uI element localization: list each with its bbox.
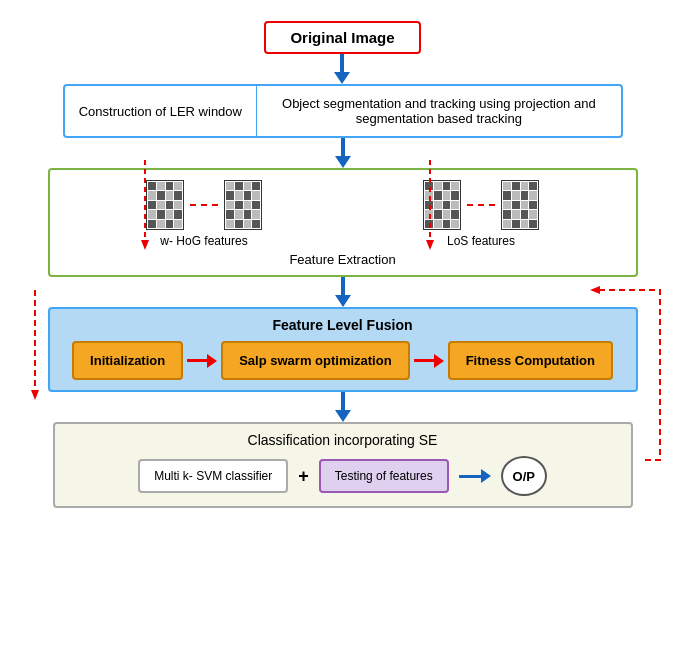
los-feature-group: LoS features: [423, 180, 539, 248]
fusion-arrow-1: [187, 354, 217, 368]
salp-swarm-box: Salp swarm optimization: [221, 341, 409, 380]
feature-extraction-title: Feature Extraction: [66, 252, 620, 267]
fitness-computation-box: Fitness Computation: [448, 341, 613, 380]
fusion-arrow-head-1: [207, 354, 217, 368]
row1-section: Construction of LER window Object segmen…: [63, 84, 623, 168]
original-image-label: Original Image: [290, 29, 394, 46]
op-arrow-line: [459, 475, 481, 478]
hog-grid-1: [146, 180, 184, 230]
initialization-label: Initialization: [90, 353, 165, 368]
testing-features-box: Testing of features: [319, 459, 449, 493]
arrow-fusion-to-classification: [335, 392, 351, 422]
classification-box: Classification incorporating SE Multi k-…: [53, 422, 633, 508]
fusion-boxes-row: Initialization Salp swarm optimization F…: [62, 341, 624, 380]
construction-ler-box: Construction of LER window: [65, 86, 258, 136]
hog-images-row: [146, 180, 262, 230]
fusion-section: Feature Level Fusion Initialization Salp…: [48, 307, 638, 422]
arrow-feature-to-fusion: [335, 277, 351, 307]
main-diagram: Original Image Construction of LER windo…: [13, 7, 673, 657]
arrow-line-3: [341, 277, 345, 295]
arrow-line-2: [341, 138, 345, 156]
hog-label: w- HoG features: [160, 234, 247, 248]
hog-feature-group: w- HoG features: [146, 180, 262, 248]
arrow-line-4: [341, 392, 345, 410]
los-grid-1: [423, 180, 461, 230]
fusion-arrow-head-2: [434, 354, 444, 368]
fusion-box: Feature Level Fusion Initialization Salp…: [48, 307, 638, 392]
arrow-head-4: [335, 410, 351, 422]
fusion-arrow-line-2: [414, 359, 434, 362]
testing-features-label: Testing of features: [335, 469, 433, 483]
object-segmentation-box: Object segmentation and tracking using p…: [257, 86, 620, 136]
svm-classifier-box: Multi k- SVM classifier: [138, 459, 288, 493]
fusion-arrow-line-1: [187, 359, 207, 362]
output-box: O/P: [501, 456, 547, 496]
plus-sign: +: [298, 466, 309, 487]
hog-dashed-h: [190, 204, 218, 206]
los-images-row: [423, 180, 539, 230]
feature-extraction-section: w- HoG features: [48, 168, 638, 307]
fitness-computation-label: Fitness Computation: [466, 353, 595, 368]
arrow-original-to-row1: [334, 54, 350, 84]
original-image-box: Original Image: [264, 21, 420, 54]
classification-title: Classification incorporating SE: [67, 432, 619, 448]
arrow-line: [340, 54, 344, 72]
output-label: O/P: [513, 469, 535, 484]
los-grid-2: [501, 180, 539, 230]
initialization-box: Initialization: [72, 341, 183, 380]
op-arrow-head: [481, 469, 491, 483]
fusion-title: Feature Level Fusion: [62, 317, 624, 333]
los-label: LoS features: [447, 234, 515, 248]
row1-container: Construction of LER window Object segmen…: [63, 84, 623, 138]
feature-extraction-inner: w- HoG features: [66, 180, 620, 248]
arrow-head: [334, 72, 350, 84]
salp-swarm-label: Salp swarm optimization: [239, 353, 391, 368]
arrow-head-3: [335, 295, 351, 307]
arrow-row1-to-feature: [335, 138, 351, 168]
classification-section: Classification incorporating SE Multi k-…: [53, 422, 633, 508]
object-segmentation-label: Object segmentation and tracking using p…: [271, 96, 606, 126]
arrow-head-2: [335, 156, 351, 168]
svm-classifier-label: Multi k- SVM classifier: [154, 469, 272, 483]
classification-row: Multi k- SVM classifier + Testing of fea…: [67, 456, 619, 496]
los-dashed-h: [467, 204, 495, 206]
fusion-arrow-2: [414, 354, 444, 368]
op-arrow: [459, 469, 491, 483]
construction-ler-label: Construction of LER window: [79, 104, 242, 119]
original-image-section: Original Image: [264, 17, 420, 84]
hog-grid-2: [224, 180, 262, 230]
feature-extraction-box: w- HoG features: [48, 168, 638, 277]
